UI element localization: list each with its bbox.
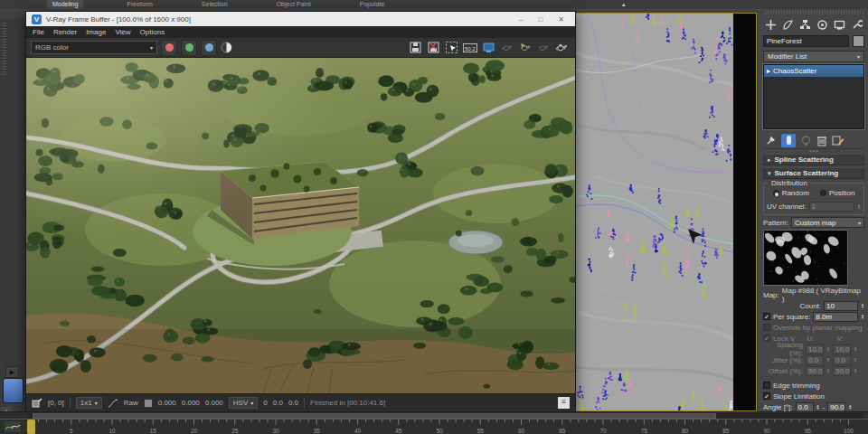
timeline: 0510152025303540455055606570758085909510… xyxy=(0,411,868,434)
pattern-preview[interactable] xyxy=(763,230,848,286)
pattern-label: Pattern: xyxy=(763,219,788,227)
curve-icon xyxy=(108,399,118,408)
object-name-field[interactable]: PineForest xyxy=(763,35,849,47)
svg-text:60: 60 xyxy=(518,428,525,434)
object-color-swatch[interactable] xyxy=(853,35,864,47)
stack-tools xyxy=(763,132,864,149)
count-field[interactable]: 10 xyxy=(824,301,858,311)
raw-b-value: 0.000 xyxy=(205,399,223,407)
rendered-image[interactable] xyxy=(26,58,575,393)
position-radio[interactable]: Position xyxy=(820,189,854,197)
menu-render[interactable]: Render xyxy=(53,28,77,36)
angle-label: Angle [°]: xyxy=(763,403,793,411)
offset-v-field: 50.0 xyxy=(833,366,851,376)
raw-label: Raw xyxy=(124,399,138,407)
hierarchy-tab-icon[interactable] xyxy=(799,19,811,31)
vfb-statusbar: [0, 0] 1x1▾ Raw 0.000 0.000 0.000 HSV▾ 0… xyxy=(26,393,575,411)
expand-tray-button[interactable]: ▶ xyxy=(5,366,19,378)
chevron-down-icon: ▾ xyxy=(95,400,98,406)
make-unique-icon xyxy=(800,135,812,146)
remove-modifier-icon[interactable] xyxy=(816,135,827,146)
jitter-label: Jitter (%): xyxy=(763,356,803,364)
pixel-info-icon[interactable]: 50.2 xyxy=(463,41,477,54)
show-end-result-icon[interactable] xyxy=(781,134,796,147)
distribution-label: Distribution xyxy=(769,179,810,187)
svg-text:50: 50 xyxy=(436,428,443,434)
render-button-teapot-icon[interactable] xyxy=(554,41,568,54)
timeline-ruler[interactable]: 0510152025303540455055606570758085909510… xyxy=(0,419,868,434)
menu-image[interactable]: Image xyxy=(86,28,106,36)
ribbon-tab-modeling[interactable]: Modeling xyxy=(47,0,83,9)
ribbon-tab-populate[interactable]: Populate xyxy=(354,0,391,9)
time-slider-handle[interactable] xyxy=(27,420,35,434)
clear-image-icon[interactable] xyxy=(427,41,440,54)
offset-label: Offset (%): xyxy=(763,367,803,375)
menu-file[interactable]: File xyxy=(33,28,44,36)
motion-tab-icon[interactable] xyxy=(816,19,828,31)
ribbon-tab-object-paint[interactable]: Object Paint xyxy=(271,0,316,9)
ribbon-tab-selection[interactable]: Selection xyxy=(196,0,233,9)
toolbar-grip[interactable] xyxy=(3,21,6,75)
per-square-checkbox[interactable]: ✓ xyxy=(763,313,770,320)
jitter-u-field: 0.0 xyxy=(806,355,824,365)
v-column-label: V: xyxy=(836,335,843,343)
spacing-u-field: 10.0 xyxy=(806,344,824,354)
modify-tab-icon[interactable] xyxy=(782,19,794,31)
modifier-stack-item[interactable]: ▸ ChaosScatter xyxy=(764,65,863,77)
angle-min-field[interactable]: 0.0 xyxy=(796,402,814,412)
chevron-down-icon: ▾ xyxy=(858,220,861,226)
modifier-list-dropdown[interactable]: Modifier List▾ xyxy=(763,51,864,62)
rollout-spline-scattering[interactable]: ▸ Spline Scattering xyxy=(763,154,864,165)
pin-stack-icon[interactable] xyxy=(765,135,777,146)
expand-arrow-icon[interactable]: ▸ xyxy=(767,67,770,75)
pixel-zoom-dropdown[interactable]: 1x1▾ xyxy=(76,397,102,409)
follow-mouse-icon[interactable] xyxy=(482,41,495,54)
pattern-dropdown[interactable]: Custom map▾ xyxy=(791,217,864,228)
expand-arrow-icon: ▸ xyxy=(768,156,771,164)
svg-text:80: 80 xyxy=(682,428,689,434)
channel-dropdown[interactable]: RGB color▾ xyxy=(31,41,157,54)
green-channel-button[interactable] xyxy=(181,40,197,56)
color-picker-icon[interactable] xyxy=(32,398,42,409)
save-image-icon[interactable] xyxy=(409,41,422,54)
hsv-h-value: 0 xyxy=(263,399,267,407)
modifier-stack[interactable]: ▸ ChaosScatter xyxy=(763,64,864,129)
chevron-down-icon: ▾ xyxy=(250,400,253,406)
uv-channel-field: 1 xyxy=(809,202,854,212)
hsv-dropdown[interactable]: HSV▾ xyxy=(229,397,258,409)
slope-limitation-checkbox[interactable]: ✓ xyxy=(763,392,770,400)
application-window: Modeling Freeform Selection Object Paint… xyxy=(0,0,868,434)
blue-channel-button[interactable] xyxy=(201,40,217,56)
maximize-button[interactable]: □ xyxy=(538,15,542,24)
count-spinner[interactable]: ▲▼ xyxy=(861,303,864,308)
edge-trimming-checkbox[interactable] xyxy=(763,382,770,389)
angle-max-field[interactable]: 90.0 xyxy=(827,402,845,412)
per-square-spinner[interactable]: ▲▼ xyxy=(861,314,864,319)
configure-sets-icon[interactable] xyxy=(832,135,844,146)
random-radio[interactable]: Random xyxy=(773,189,809,197)
rollout-surface-scattering[interactable]: ▾ Surface Scattering xyxy=(763,167,864,179)
close-button[interactable]: ✕ xyxy=(558,15,564,24)
red-channel-button[interactable] xyxy=(161,40,177,56)
raw-r-value: 0.000 xyxy=(158,399,176,407)
stats-toggle-icon[interactable]: ≡ xyxy=(558,397,570,409)
vfb-menubar: File Render Image View Options xyxy=(26,26,575,38)
panel-grip[interactable] xyxy=(763,10,864,14)
minimize-button[interactable]: – xyxy=(519,15,523,24)
pixel-coords: [0, 0] xyxy=(48,399,64,407)
per-square-field[interactable]: 8.0m xyxy=(813,312,858,322)
menu-view[interactable]: View xyxy=(115,28,130,36)
display-tab-icon[interactable] xyxy=(834,19,845,31)
region-render-icon[interactable] xyxy=(445,41,458,54)
slope-limitation-label: Slope Limitation xyxy=(773,392,825,401)
create-tab-icon[interactable] xyxy=(765,19,777,31)
docked-panel-button[interactable] xyxy=(3,378,24,403)
collapse-arrow-icon: ▾ xyxy=(768,170,771,177)
vfb-titlebar[interactable]: V V-Ray Frame Buffer - [100.0% of 1600 x… xyxy=(26,12,575,26)
utilities-tab-icon[interactable] xyxy=(851,19,863,31)
menu-options[interactable]: Options xyxy=(140,28,165,36)
mono-channel-icon[interactable] xyxy=(221,42,232,53)
render-last-icon[interactable] xyxy=(518,41,532,54)
ribbon-tab-freeform[interactable]: Freeform xyxy=(121,0,157,9)
ribbon-minimize-icon[interactable]: ▴ xyxy=(622,1,626,8)
